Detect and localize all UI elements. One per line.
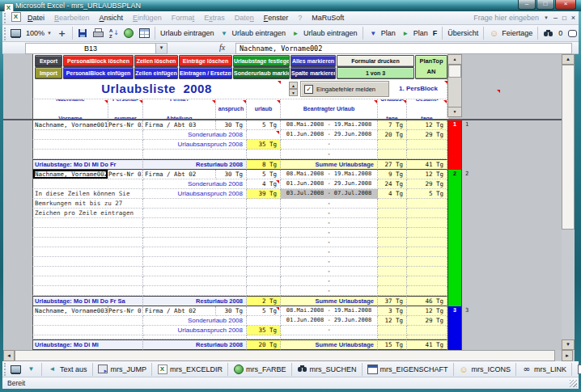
empty-cell[interactable] xyxy=(247,257,281,267)
resturlaub-cell[interactable]: 5 Tg xyxy=(247,120,281,130)
mrs-jump-button[interactable]: ►mrs_JUMP xyxy=(95,363,150,375)
action-button-zeilen-l-schen[interactable]: Zeilen löschen xyxy=(134,55,178,67)
action-button-urlaubstage-festlegen[interactable]: Urlaubstage festlegen xyxy=(233,55,290,67)
fullscreen-button[interactable] xyxy=(8,363,23,375)
firma-cell[interactable]: Firma / Abt 02 xyxy=(143,306,216,316)
summary-sum-label-cell[interactable]: Summe Urlaubstage xyxy=(281,339,378,350)
gesamttage-cell[interactable] xyxy=(407,140,447,150)
dash-cell[interactable]: - xyxy=(281,209,378,218)
note-cell[interactable] xyxy=(32,179,143,189)
note-cell[interactable] xyxy=(32,276,143,286)
urlaubstage-cell[interactable] xyxy=(378,238,407,247)
action-button-personalblock-einf-gen[interactable]: PersonalBlock einfügen xyxy=(63,67,134,79)
urlaubstage-cell[interactable]: 9 Tg xyxy=(378,170,407,179)
urlaubstage-cell[interactable] xyxy=(378,209,407,218)
value-cell[interactable]: 35 Tg xyxy=(247,140,281,150)
empty-cell[interactable] xyxy=(143,247,247,257)
dash-cell[interactable]: - xyxy=(281,247,378,257)
urlaubstage-cell[interactable] xyxy=(378,267,407,276)
urlaubstage-cell[interactable]: 4 Tg xyxy=(378,189,407,199)
summary-rest-value-cell[interactable]: 20 Tg xyxy=(247,339,281,350)
empty-cell[interactable] xyxy=(143,286,247,296)
action-button-plantop-an[interactable]: PlanTopAN xyxy=(415,55,447,79)
empty-cell[interactable] xyxy=(247,276,281,286)
summary-urlaubstage-cell[interactable]: 37 Tg xyxy=(378,296,407,306)
urlaubstage-cell[interactable]: 24 Tg xyxy=(378,179,407,189)
gesamttage-cell[interactable] xyxy=(407,218,447,228)
scroll-up-icon[interactable]: ▲ xyxy=(562,54,575,65)
gesamttage-cell[interactable]: 29 Tg xyxy=(407,130,447,140)
urlaub-dates-cell[interactable]: - xyxy=(281,140,378,150)
scroll-down-icon[interactable]: ▼ xyxy=(562,339,575,350)
arrow-down-teal-button[interactable]: ▼ xyxy=(23,363,39,375)
dash-cell[interactable]: - xyxy=(281,199,378,209)
anspruch-cell[interactable]: 30 Tg xyxy=(216,120,247,130)
summary-rest-value-cell[interactable]: 8 Tg xyxy=(247,159,281,170)
urlaubstage-cell[interactable] xyxy=(378,326,407,335)
title-spinner-down-icon[interactable]: ▼ xyxy=(289,89,298,96)
summary-rest-label-cell[interactable]: Resturlaub 2008 xyxy=(143,159,247,170)
summary-rest-label-cell[interactable]: Resturlaub 2008 xyxy=(143,339,247,350)
summary-gesamttage-cell[interactable]: 41 Tg xyxy=(407,159,447,170)
summary-days-cell[interactable]: Urlaubstage: Mo Di Mi xyxy=(32,339,143,350)
scroll-right-icon[interactable]: ► xyxy=(562,350,573,361)
gesamttage-cell[interactable]: 5 Tg xyxy=(407,189,447,199)
row-label-cell[interactable]: Sonderurlaub 2008 xyxy=(143,130,247,140)
gesamttage-cell[interactable] xyxy=(407,286,447,296)
column-header[interactable]: Firma /Abteilung xyxy=(143,99,216,120)
urlaub-dates-cell[interactable]: 08.Mai.2008 - 19.Mai.2008 xyxy=(281,120,378,130)
action-button-spalte-markieren[interactable]: Spalte markieren xyxy=(290,67,336,79)
urlaubstage-cell[interactable] xyxy=(378,199,407,209)
note-cell[interactable] xyxy=(32,150,143,159)
gesamttage-cell[interactable]: 29 Tg xyxy=(407,316,447,326)
selected-cell[interactable]: Nachname, Vorname002 xyxy=(32,170,108,179)
text-aus-button[interactable]: ◄Text aus xyxy=(45,363,90,375)
urlaubstage-cell[interactable] xyxy=(378,247,407,257)
action-button-zeilen-einf-gen[interactable]: Zeilen einfügen xyxy=(134,67,178,79)
empty-cell[interactable] xyxy=(143,257,247,267)
gesamttage-cell[interactable] xyxy=(407,257,447,267)
urlaubstage-cell[interactable] xyxy=(378,257,407,267)
urlaubstage-cell[interactable] xyxy=(378,140,407,150)
empty-cell[interactable] xyxy=(143,218,247,228)
urlaubstage-cell[interactable] xyxy=(378,286,407,296)
firma-cell[interactable]: Firma / Abt 03 xyxy=(143,120,216,130)
row-label-cell[interactable]: Sonderurlaub 2008 xyxy=(143,316,247,326)
action-button-1-von-3[interactable]: 1 von 3 xyxy=(337,67,414,79)
vertical-scroll-thumb[interactable] xyxy=(562,65,575,230)
urlaubstage-cell[interactable]: 20 Tg xyxy=(378,130,407,140)
action-button-eintragen-ersetzen[interactable]: Eintragen / Ersetzen xyxy=(179,67,232,79)
person-number-cell[interactable]: Pers-Nr 01 xyxy=(108,306,143,316)
summary-sum-label-cell[interactable]: Summe Urlaubstage xyxy=(281,159,378,170)
urlaub-dates-cell[interactable]: 03.Jul.2008 - 07.Jul.2008 xyxy=(281,189,378,199)
empty-cell[interactable] xyxy=(247,247,281,257)
urlaub-dates-cell[interactable]: 08.Mai.2008 - 19.Mai.2008 xyxy=(281,306,378,316)
dash-cell[interactable]: - xyxy=(281,150,378,159)
gesamttage-cell[interactable] xyxy=(407,150,447,159)
urlaub-dates-cell[interactable]: 01.Jun.2008 - 29.Jun.2008 xyxy=(281,316,378,326)
horizontal-scrollbar[interactable]: ◄ ► xyxy=(3,350,575,361)
summary-rest-value-cell[interactable]: 2 Tg xyxy=(247,296,281,306)
dash-cell[interactable]: - xyxy=(281,238,378,247)
gesamttage-cell[interactable]: 29 Tg xyxy=(407,179,447,189)
dash-cell[interactable]: - xyxy=(281,286,378,296)
scroll-left-icon[interactable]: ◄ xyxy=(3,350,15,361)
block-strip[interactable] xyxy=(447,170,462,306)
person-name-cell[interactable]: Nachname, Vorname003 xyxy=(32,306,108,316)
action-button-sonderurlaub-markieren[interactable]: Sonderurlaub markieren xyxy=(233,67,290,79)
gesamttage-cell[interactable] xyxy=(407,238,447,247)
person-number-cell[interactable]: Pers-Nr 03 xyxy=(108,170,143,179)
action-button-formular-drucken[interactable]: Formular drucken xyxy=(337,55,414,67)
mrs-link-button[interactable]: ∞mrs_LINK xyxy=(519,363,569,375)
firma-cell[interactable]: Firma / Abt 02 xyxy=(143,170,216,179)
urlaubstage-cell[interactable]: 7 Tg xyxy=(378,120,407,130)
anspruch-cell[interactable]: 30 Tg xyxy=(216,170,247,179)
note-cell[interactable] xyxy=(32,218,143,228)
empty-cell[interactable] xyxy=(143,276,247,286)
mrs-farbe-button[interactable]: mrs_FARBE xyxy=(231,363,289,375)
action-button-export[interactable]: Export xyxy=(35,55,62,67)
empty-cell[interactable] xyxy=(143,228,247,238)
empty-cell[interactable] xyxy=(143,199,247,209)
urlaub-dates-cell[interactable]: 01.Jun.2008 - 29.Jun.2008 xyxy=(281,130,378,140)
urlaubstage-cell[interactable] xyxy=(378,150,407,159)
